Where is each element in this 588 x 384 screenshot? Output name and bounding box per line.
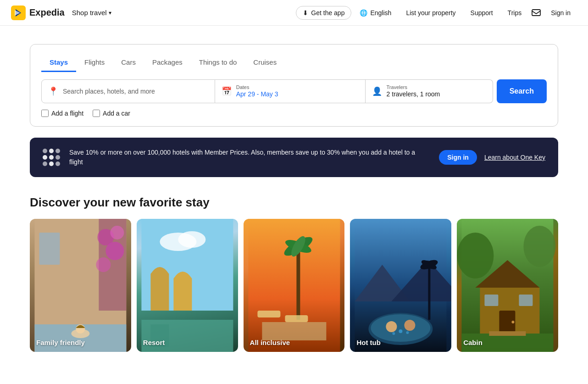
svg-rect-48 — [519, 295, 533, 306]
location-pin-icon: 📍 — [48, 86, 58, 96]
language-label: English — [370, 9, 391, 17]
get-app-button[interactable]: ⬇ Get the app — [296, 6, 351, 20]
promo-inner: Save 10% or more on over 100,000 hotels … — [30, 138, 558, 177]
card-all-inclusive-label: All inclusive — [250, 339, 290, 346]
travelers-field[interactable]: 👤 Travelers 2 travelers, 1 room — [366, 79, 493, 103]
card-resort[interactable]: Resort — [137, 219, 238, 352]
svg-point-41 — [457, 233, 494, 278]
destination-field[interactable]: 📍 Search places, hotels, and more — [41, 79, 215, 103]
card-cabin-image — [457, 219, 558, 352]
svg-point-46 — [512, 321, 515, 323]
dates-field[interactable]: 📅 Dates Apr 29 - May 3 — [215, 79, 366, 103]
svg-point-38 — [393, 332, 395, 335]
dates-value: Apr 29 - May 3 — [236, 90, 278, 98]
svg-rect-50 — [489, 331, 526, 336]
svg-point-42 — [524, 226, 556, 267]
discover-section: Discover your new favorite stay — [19, 195, 569, 352]
svg-rect-15 — [150, 274, 169, 311]
calendar-icon: 📅 — [222, 86, 232, 96]
promo-learn-link[interactable]: Learn about One Key — [484, 154, 545, 161]
card-cabin[interactable]: Cabin — [457, 219, 558, 352]
search-container: Stays Flights Cars Packages Things to do… — [19, 44, 569, 127]
travelers-value: 2 travelers, 1 room — [387, 90, 440, 98]
resort-scene-icon — [137, 219, 238, 352]
extra-options: Add a flight Add a car — [41, 110, 547, 117]
svg-rect-30 — [428, 265, 431, 320]
logo[interactable]: Expedia — [11, 6, 65, 20]
hot-tub-scene-icon — [350, 219, 451, 352]
expedia-logo-icon — [11, 6, 26, 20]
svg-point-14 — [178, 231, 205, 248]
promo-banner: Save 10% or more on over 100,000 hotels … — [19, 138, 569, 177]
svg-point-36 — [405, 320, 416, 331]
signin-link[interactable]: Sign in — [544, 6, 577, 19]
language-selector[interactable]: 🌐 English — [353, 6, 398, 19]
card-cabin-label: Cabin — [463, 339, 483, 346]
discover-title: Discover your new favorite stay — [30, 195, 558, 210]
all-inclusive-scene-icon — [244, 219, 345, 352]
card-family-friendly-image — [30, 219, 131, 352]
destination-placeholder: Search places, hotels, and more — [63, 88, 155, 95]
tab-things-to-do[interactable]: Things to do — [191, 54, 245, 72]
card-hot-tub-image — [350, 219, 451, 352]
svg-rect-20 — [296, 246, 300, 320]
logo-text: Expedia — [29, 7, 65, 18]
property-cards-grid: Family friendly — [30, 219, 558, 352]
card-resort-label: Resort — [143, 339, 165, 346]
svg-rect-47 — [485, 295, 499, 306]
add-car-input[interactable] — [93, 110, 100, 117]
svg-rect-3 — [39, 233, 60, 265]
svg-point-39 — [406, 331, 409, 334]
header: Expedia Shop travel ▾ ⬇ Get the app 🌐 En… — [0, 0, 588, 26]
trips-link[interactable]: Trips — [501, 6, 528, 19]
list-property-link[interactable]: List your property — [399, 6, 462, 19]
card-hot-tub[interactable]: Hot tub — [350, 219, 451, 352]
search-inputs-row: 📍 Search places, hotels, and more 📅 Date… — [41, 79, 547, 103]
chevron-down-icon: ▾ — [109, 10, 111, 16]
search-tabs: Stays Flights Cars Packages Things to do… — [41, 54, 547, 72]
svg-point-8 — [110, 226, 124, 239]
travelers-content: Travelers 2 travelers, 1 room — [387, 84, 440, 98]
shop-travel-menu[interactable]: Shop travel ▾ — [72, 9, 111, 17]
add-car-checkbox[interactable]: Add a car — [93, 110, 130, 117]
svg-point-6 — [105, 242, 124, 260]
header-nav: ⬇ Get the app 🌐 English List your proper… — [296, 6, 577, 20]
svg-point-7 — [96, 257, 111, 272]
promo-actions: Sign in Learn about One Key — [439, 150, 545, 165]
dates-label: Dates — [236, 84, 278, 90]
card-all-inclusive-image — [244, 219, 345, 352]
tab-cruises[interactable]: Cruises — [245, 54, 285, 72]
download-icon: ⬇ — [303, 9, 308, 17]
dates-content: Dates Apr 29 - May 3 — [236, 84, 278, 98]
search-button[interactable]: Search — [497, 79, 547, 103]
svg-point-37 — [399, 329, 403, 333]
family-scene-icon — [30, 219, 131, 352]
search-box: Stays Flights Cars Packages Things to do… — [30, 44, 558, 127]
travelers-label: Travelers — [387, 84, 440, 90]
svg-point-35 — [386, 321, 397, 332]
svg-rect-24 — [257, 311, 280, 317]
tab-packages[interactable]: Packages — [144, 54, 191, 72]
svg-rect-1 — [532, 10, 540, 16]
card-family-friendly[interactable]: Family friendly — [30, 219, 131, 352]
tab-flights[interactable]: Flights — [76, 54, 113, 72]
promo-signin-button[interactable]: Sign in — [439, 150, 477, 165]
card-resort-image — [137, 219, 238, 352]
svg-rect-25 — [285, 315, 308, 322]
add-car-label: Add a car — [103, 110, 130, 117]
onekey-logo-icon — [43, 149, 60, 166]
tab-cars[interactable]: Cars — [113, 54, 144, 72]
add-flight-input[interactable] — [41, 110, 49, 117]
support-link[interactable]: Support — [464, 6, 499, 19]
svg-point-34 — [371, 314, 431, 342]
messages-icon[interactable] — [530, 6, 543, 19]
shop-travel-label: Shop travel — [72, 9, 107, 17]
card-all-inclusive[interactable]: All inclusive — [244, 219, 345, 352]
svg-rect-16 — [173, 278, 192, 311]
svg-rect-26 — [262, 322, 326, 340]
add-flight-checkbox[interactable]: Add a flight — [41, 110, 83, 117]
person-icon: 👤 — [372, 86, 382, 96]
cabin-scene-icon — [457, 219, 558, 352]
promo-text: Save 10% or more on over 100,000 hotels … — [69, 148, 430, 167]
tab-stays[interactable]: Stays — [41, 54, 76, 72]
